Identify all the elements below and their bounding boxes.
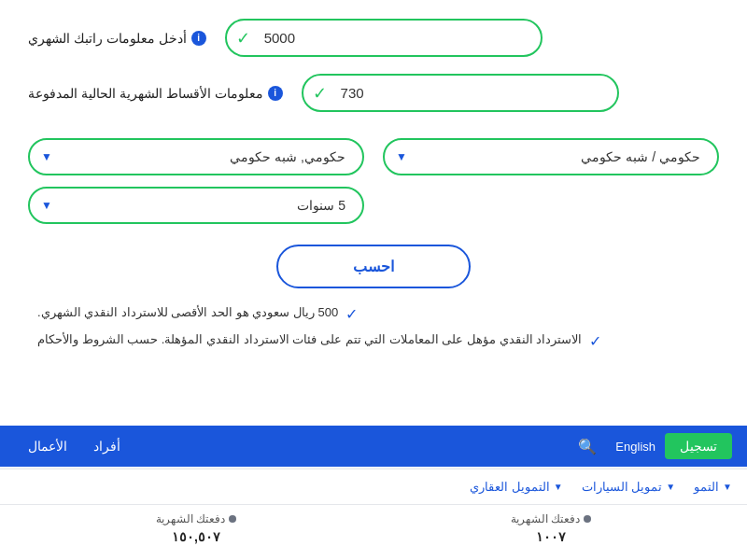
- bottom-nav: تسجيل English 🔍 أفراد الأعمال: [0, 426, 747, 467]
- installments-input-wrapper: ✓: [302, 74, 619, 112]
- sub-nav: ▼ التمو ▼ تمويل السيارات ▼ التمويل العقا…: [0, 469, 747, 504]
- register-button[interactable]: تسجيل: [665, 433, 732, 459]
- data-col-2-label: دفعتك الشهرية: [156, 512, 236, 525]
- data-dot-2: [229, 515, 236, 523]
- salary-info-icon[interactable]: i: [191, 31, 206, 46]
- salary-label: i أدخل معلومات راتبك الشهري: [28, 31, 206, 46]
- dropdown2-select[interactable]: حكومي, شبه حكومي: [28, 138, 364, 175]
- installments-input[interactable]: [302, 74, 619, 112]
- dropdown1-select[interactable]: حكومي / شبه حكومي: [383, 138, 719, 175]
- salary-input-wrapper: ✓: [225, 19, 543, 57]
- bullet-icon-1: ✓: [345, 305, 358, 323]
- sub-nav-tamwil[interactable]: ▼ التمو: [694, 480, 732, 494]
- dropdown2-wrapper: حكومي, شبه حكومي ▼: [28, 138, 364, 175]
- left-dropdown-col: حكومي, شبه حكومي ▼ 5 سنوات ▼: [28, 138, 364, 224]
- sub-nav-cars-arrow: ▼: [666, 482, 675, 492]
- info-lines: ✓ 500 ريال سعودي هو الحد الأقصى للاستردا…: [28, 305, 719, 350]
- dropdowns-row: حكومي / شبه حكومي ▼ حكومي, شبه حكومي ▼ 5…: [28, 138, 719, 224]
- salary-check-icon: ✓: [236, 28, 250, 49]
- salary-input[interactable]: [225, 19, 543, 57]
- sub-nav-realestate-arrow: ▼: [554, 482, 563, 492]
- bullet-icon-2: ✓: [589, 332, 601, 350]
- info-line-2: ✓ الاسترداد النقدي مؤهل على المعاملات ال…: [37, 332, 710, 350]
- nav-item-aamal[interactable]: الأعمال: [15, 439, 80, 454]
- sub-nav-tamwil-arrow: ▼: [723, 482, 732, 492]
- nav-item-afrad[interactable]: أفراد: [80, 439, 134, 454]
- nav-items: أفراد الأعمال: [15, 439, 569, 454]
- sub-nav-realestate[interactable]: ▼ التمويل العقاري: [470, 480, 563, 494]
- calc-btn-row: احسب: [28, 245, 719, 288]
- dropdown3-wrapper: 5 سنوات ▼: [28, 187, 364, 224]
- calc-button[interactable]: احسب: [276, 245, 471, 288]
- installments-info-icon[interactable]: i: [268, 86, 283, 101]
- installments-check-icon: ✓: [313, 83, 327, 104]
- right-dropdown-col: حكومي / شبه حكومي ▼: [383, 138, 719, 175]
- english-button[interactable]: English: [606, 440, 665, 454]
- data-col-1-label: دفعتك الشهرية: [511, 512, 591, 525]
- data-col-1-value: ١٠٠٧: [536, 529, 566, 544]
- sub-nav-cars[interactable]: ▼ تمويل السيارات: [582, 480, 676, 494]
- data-col-2-value: ١٥٠,٥٠٧: [172, 529, 220, 544]
- installments-label: i معلومات الأقساط الشهرية الحالية المدفو…: [28, 86, 283, 101]
- bottom-data: دفعتك الشهرية ١٠٠٧ دفعتك الشهرية ١٥٠,٥٠٧: [0, 504, 747, 560]
- installments-row: ✓ i معلومات الأقساط الشهرية الحالية المد…: [28, 74, 719, 112]
- search-icon[interactable]: 🔍: [569, 438, 606, 455]
- dropdown3-select[interactable]: 5 سنوات: [28, 187, 364, 224]
- info-line-1: ✓ 500 ريال سعودي هو الحد الأقصى للاستردا…: [37, 305, 710, 323]
- dropdown1-wrapper: حكومي / شبه حكومي ▼: [383, 138, 719, 175]
- data-col-2: دفعتك الشهرية ١٥٠,٥٠٧: [156, 512, 236, 544]
- salary-row: ✓ i أدخل معلومات راتبك الشهري: [28, 19, 719, 57]
- data-dot-1: [584, 515, 591, 523]
- data-col-1: دفعتك الشهرية ١٠٠٧: [511, 512, 591, 544]
